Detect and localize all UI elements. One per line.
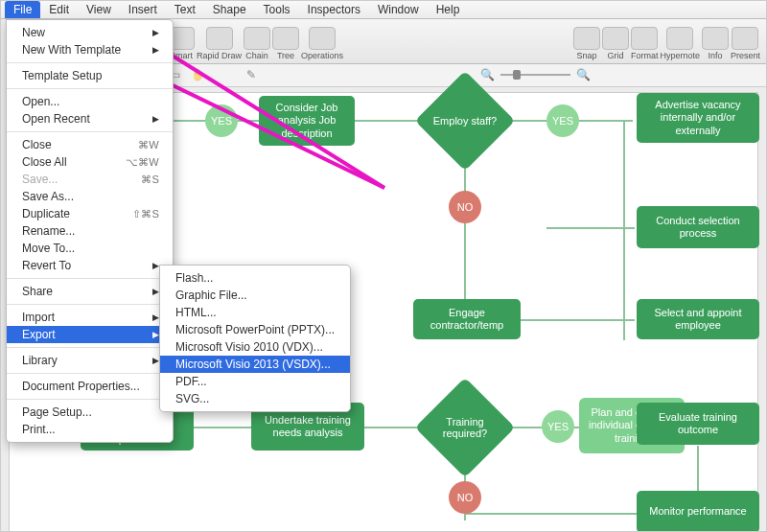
menubar: FileEditViewInsertTextShapeToolsInspecto… xyxy=(1,1,766,19)
menu-item-move-to-[interactable]: Move To... xyxy=(7,240,173,257)
menu-item-open-recent[interactable]: Open Recent▶ xyxy=(7,110,173,127)
badge-yes2: YES xyxy=(546,104,579,137)
export-item-microsoft-visio-vsdx-[interactable]: Microsoft Visio 2013 (VSDX)... xyxy=(160,356,350,373)
toolbar-chain[interactable]: Chain xyxy=(244,27,270,60)
zoom-in-icon[interactable]: 🔍 xyxy=(576,68,591,81)
toolbar-info[interactable]: Info xyxy=(702,27,729,60)
export-item-microsoft-visio-vdx-[interactable]: Microsoft Visio 2010 (VDX)... xyxy=(160,338,350,356)
menu-text[interactable]: Text xyxy=(166,1,204,18)
menu-file[interactable]: File xyxy=(5,1,40,18)
menu-item-share[interactable]: Share▶ xyxy=(7,283,173,300)
menu-item-export[interactable]: Export▶ xyxy=(7,326,173,343)
toolbar-rapid-draw[interactable]: Rapid Draw xyxy=(197,27,242,60)
badge-yes3: YES xyxy=(542,410,574,443)
menu-item-close[interactable]: Close⌘W xyxy=(7,136,173,153)
hand-icon: ✋ xyxy=(191,68,206,83)
zoom-slider[interactable]: 🔍 🔍 xyxy=(480,68,591,81)
toolbar-format[interactable]: Format xyxy=(631,27,659,60)
file-menu: New▶New With Template▶Template SetupOpen… xyxy=(6,19,174,443)
export-submenu: Flash...Graphic File...HTML...Microsoft … xyxy=(159,265,351,412)
node-consider[interactable]: Consider Job analysis Job description xyxy=(259,96,355,146)
menu-item-document-properties-[interactable]: Document Properties... xyxy=(7,378,173,395)
badge-no2: NO xyxy=(449,481,481,514)
decision-employ[interactable]: Employ staff? xyxy=(430,85,500,156)
export-item-html-[interactable]: HTML... xyxy=(160,304,350,321)
export-item-microsoft-powerpoint-pptx-[interactable]: Microsoft PowerPoint (PPTX)... xyxy=(160,321,350,338)
menu-item-rename-[interactable]: Rename... xyxy=(7,222,173,240)
menu-insert[interactable]: Insert xyxy=(120,1,166,18)
menu-item-print-[interactable]: Print... xyxy=(7,421,173,438)
menu-view[interactable]: View xyxy=(78,1,120,18)
menu-item-revert-to[interactable]: Revert To▶ xyxy=(7,257,173,274)
menu-item-duplicate[interactable]: Duplicate⇧⌘S xyxy=(7,205,173,222)
decision-training[interactable]: Training required? xyxy=(430,392,500,463)
badge-yes1: YES xyxy=(205,104,238,137)
menu-item-library[interactable]: Library▶ xyxy=(7,352,173,369)
menu-item-save-: Save...⌘S xyxy=(7,171,173,188)
toolbar: SmartRapid DrawChainTreeOperationsSnapGr… xyxy=(162,19,766,64)
menu-item-new-with-template[interactable]: New With Template▶ xyxy=(7,41,173,58)
menu-item-new[interactable]: New▶ xyxy=(7,24,173,41)
menu-item-import[interactable]: Import▶ xyxy=(7,309,173,326)
menu-shape[interactable]: Shape xyxy=(204,1,255,18)
menu-item-open-[interactable]: Open... xyxy=(7,93,173,110)
toolbar-hypernote[interactable]: Hypernote xyxy=(660,27,700,60)
export-item-pdf-[interactable]: PDF... xyxy=(160,373,350,390)
badge-no1: NO xyxy=(449,191,481,223)
node-monitor[interactable]: Monitor performance xyxy=(637,491,759,532)
node-evaluate[interactable]: Evaluate training outcome xyxy=(637,403,759,445)
menu-item-close-all[interactable]: Close All⌥⌘W xyxy=(7,153,173,171)
zoom-out-icon[interactable]: 🔍 xyxy=(480,68,495,81)
export-item-flash-[interactable]: Flash... xyxy=(160,269,350,287)
node-advertise[interactable]: Advertise vacancy internally and/or exte… xyxy=(637,93,759,143)
menu-item-template-setup[interactable]: Template Setup xyxy=(7,67,173,84)
toolbar-present[interactable]: Present xyxy=(731,27,760,60)
node-select-appoint[interactable]: Select and appoint employee xyxy=(637,299,759,339)
export-item-graphic-file-[interactable]: Graphic File... xyxy=(160,287,350,304)
export-item-svg-[interactable]: SVG... xyxy=(160,390,350,407)
toolbar-grid[interactable]: Grid xyxy=(602,27,629,60)
menu-item-save-as-[interactable]: Save As... xyxy=(7,188,173,205)
menu-help[interactable]: Help xyxy=(428,1,469,18)
menu-item-page-setup-[interactable]: Page Setup... xyxy=(7,404,173,421)
menu-edit[interactable]: Edit xyxy=(40,1,78,18)
menu-window[interactable]: Window xyxy=(369,1,428,18)
menu-inspectors[interactable]: Inspectors xyxy=(299,1,369,18)
toolbar-operations[interactable]: Operations xyxy=(301,27,343,60)
menu-tools[interactable]: Tools xyxy=(255,1,299,18)
node-engage[interactable]: Engage contractor/temp xyxy=(413,299,521,339)
toolbar-tree[interactable]: Tree xyxy=(272,27,299,60)
toolbar-snap[interactable]: Snap xyxy=(573,27,600,60)
node-conduct-sel[interactable]: Conduct selection process xyxy=(637,206,759,248)
pencil-icon: ✎ xyxy=(246,68,262,83)
